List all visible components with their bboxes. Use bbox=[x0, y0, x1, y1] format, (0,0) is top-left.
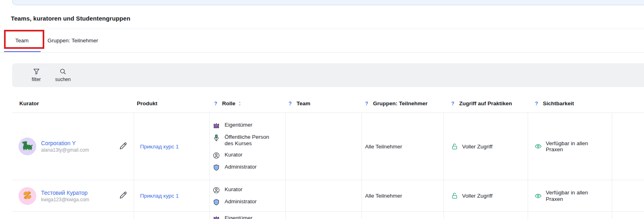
roles-cell: Eigentümer bbox=[209, 212, 285, 219]
search-icon bbox=[60, 68, 66, 75]
eye-icon bbox=[535, 192, 542, 200]
tabbar-bottom-divider bbox=[0, 52, 644, 52]
table-toolbar: filter suchen bbox=[12, 63, 644, 87]
help-icon[interactable]: ? bbox=[289, 101, 292, 106]
table-row: Тестовий Куратор kwiga123@kwiga.com Прик… bbox=[12, 180, 644, 212]
product-link[interactable]: Приклад курс 1 bbox=[140, 144, 179, 150]
help-icon[interactable]: ? bbox=[214, 101, 217, 106]
dinosaur-icon bbox=[21, 140, 34, 154]
curator-identity: Тестовий Куратор kwiga123@kwiga.com bbox=[41, 190, 89, 202]
extra-cell bbox=[612, 212, 644, 219]
role-item: Eigentümer bbox=[213, 122, 252, 129]
search-label: suchen bbox=[55, 77, 71, 82]
curator-name-link[interactable]: Corporation Y bbox=[41, 140, 89, 146]
visibility-cell: Verfügbar in allen Praxen bbox=[528, 113, 612, 180]
pencil-icon bbox=[119, 191, 127, 200]
top-banner bbox=[12, 0, 644, 5]
product-cell bbox=[134, 212, 209, 219]
visibility-cell: Verfügbar in allen Praxen bbox=[528, 180, 612, 211]
product-link[interactable]: Приклад курс 1 bbox=[140, 193, 179, 199]
curator-name-link[interactable]: Тестовий Куратор bbox=[41, 190, 89, 196]
curators-table: Kurator Produkt ? Rolle ? Team ? Gruppen… bbox=[12, 94, 644, 219]
help-icon[interactable]: ? bbox=[365, 101, 368, 106]
page-title: Teams, kuratoren und Studentengruppen bbox=[11, 15, 130, 22]
groups-cell: Alle Teilnehmer bbox=[361, 180, 444, 211]
person-icon bbox=[213, 187, 220, 194]
team-cell bbox=[285, 180, 361, 211]
avatar bbox=[19, 138, 36, 155]
tabbar-top-divider bbox=[12, 29, 644, 29]
product-cell: Приклад курс 1 bbox=[134, 113, 209, 180]
role-item: Administrator bbox=[213, 198, 257, 206]
access-cell: Voller Zugriff bbox=[444, 180, 528, 211]
edit-curator-button[interactable] bbox=[119, 142, 127, 151]
role-item: Eigentümer bbox=[213, 215, 252, 219]
access-cell: Voller Zugriff bbox=[444, 113, 528, 180]
lock-open-icon bbox=[451, 192, 458, 199]
person-icon bbox=[213, 152, 220, 159]
page: Teams, kuratoren und Studentengruppen Te… bbox=[0, 0, 644, 219]
groups-cell bbox=[361, 212, 444, 219]
team-cell bbox=[285, 212, 361, 219]
table-row: Eigentümer bbox=[12, 212, 644, 219]
roles-cell: Kurator Administrator bbox=[209, 180, 285, 211]
microphone-icon bbox=[213, 134, 220, 141]
role-item: Kurator bbox=[213, 152, 242, 159]
role-item: Öffentliche Person des Kurses bbox=[213, 134, 276, 147]
tab-gruppen-label: Gruppen: Teilnehmer bbox=[47, 38, 98, 44]
column-header-gruppen[interactable]: ? Gruppen: Teilnehmer bbox=[361, 100, 444, 106]
extra-cell bbox=[612, 180, 644, 211]
tabbar: Team Gruppen: Teilnehmer bbox=[0, 29, 644, 52]
pencil-icon bbox=[119, 142, 127, 151]
filter-label: filter bbox=[32, 77, 41, 82]
search-button[interactable]: suchen bbox=[55, 68, 71, 82]
access-cell bbox=[444, 212, 528, 219]
curator-cell bbox=[12, 212, 134, 219]
edit-curator-button[interactable] bbox=[119, 191, 127, 200]
help-icon[interactable]: ? bbox=[451, 101, 454, 106]
butterfly-icon bbox=[21, 189, 33, 202]
role-item: Administrator bbox=[213, 164, 257, 171]
crown-icon bbox=[213, 215, 220, 219]
help-icon[interactable]: ? bbox=[535, 101, 538, 106]
shield-icon bbox=[213, 164, 220, 171]
avatar bbox=[19, 187, 36, 205]
lock-open-icon bbox=[451, 143, 458, 150]
table-row: Corporation Y alana13ty@gmail.com Прикла… bbox=[12, 113, 644, 180]
tab-gruppen-teilnehmer[interactable]: Gruppen: Teilnehmer bbox=[41, 29, 98, 52]
groups-cell: Alle Teilnehmer bbox=[361, 113, 444, 180]
curator-email: alana13ty@gmail.com bbox=[41, 147, 89, 153]
role-item: Kurator bbox=[213, 186, 242, 194]
table-header-row: Kurator Produkt ? Rolle ? Team ? Gruppen… bbox=[12, 94, 644, 113]
filter-button[interactable]: filter bbox=[29, 68, 44, 82]
curator-cell: Corporation Y alana13ty@gmail.com bbox=[12, 113, 134, 180]
annotation-rectangle bbox=[4, 30, 44, 49]
team-cell bbox=[285, 113, 361, 180]
curator-identity: Corporation Y alana13ty@gmail.com bbox=[41, 140, 89, 153]
crown-icon bbox=[213, 122, 220, 129]
filter-icon bbox=[33, 68, 40, 75]
curator-cell: Тестовий Куратор kwiga123@kwiga.com bbox=[12, 180, 134, 211]
roles-cell: Eigentümer Öffentliche Person des Kurses… bbox=[209, 113, 285, 180]
column-header-kurator[interactable]: Kurator bbox=[12, 100, 134, 106]
sort-icon[interactable] bbox=[238, 101, 241, 106]
visibility-cell bbox=[528, 212, 612, 219]
shield-icon bbox=[213, 199, 220, 206]
extra-cell bbox=[612, 113, 644, 180]
column-header-zugriff[interactable]: ? Zugriff auf Praktiken bbox=[444, 100, 528, 106]
product-cell: Приклад курс 1 bbox=[134, 180, 209, 211]
column-header-sichtbarkeit[interactable]: ? Sichtbarkeit bbox=[528, 100, 612, 106]
eye-icon bbox=[535, 143, 542, 150]
curator-email: kwiga123@kwiga.com bbox=[41, 197, 89, 202]
column-header-produkt[interactable]: Produkt bbox=[134, 100, 209, 106]
column-header-team[interactable]: ? Team bbox=[285, 100, 361, 106]
column-header-rolle[interactable]: ? Rolle bbox=[209, 100, 285, 106]
